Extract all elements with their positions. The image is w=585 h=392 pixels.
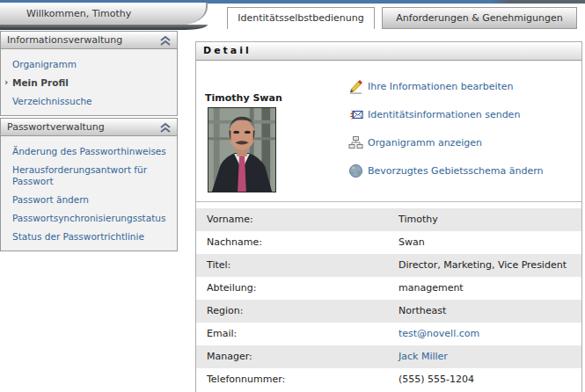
double-chevron-up-icon[interactable] [159,35,172,46]
table-row-telefonnummer: Telefonnummer: (555) 555-1204 [196,368,581,391]
sidebar-item-passwortrichtlinie[interactable]: Status der Passwortrichtlinie [12,231,173,243]
welcome-text: Willkommen, Timothy [26,8,131,19]
sidebar-item-label: Mein Profil [12,77,69,88]
send-identity-info-link[interactable]: Identitätsinformationen senden [348,106,520,122]
welcome-banner: Willkommen, Timothy [0,3,208,25]
attribute-label: Telefonnummer: [196,374,285,385]
attribute-value: management [399,277,464,300]
sidebar-item-label: Status der Passwortrichtlinie [12,231,144,242]
action-label: Identitätsinformationen senden [368,109,520,120]
attribute-value: Northeast [399,300,446,323]
tab-label: Identitätsselbstbedienung [238,12,363,24]
sidebar-section-body-password: Änderung des Passworthinweises Herausfor… [0,136,178,251]
action-label: Ihre Informationen bearbeiten [368,81,514,92]
attribute-value: Timothy [399,208,438,231]
sidebar-item-label: Passwort ändern [12,194,89,205]
sidebar-item-verzeichnissuche[interactable]: Verzeichnissuche [12,96,173,107]
table-row-nachname: Nachname: Swan [196,231,581,254]
detail-portlet: Detail Timothy Swan [195,41,582,392]
table-row-titel: Titel: Director, Marketing, Vice Preside… [196,254,581,277]
sidebar-item-label: Passwortsynchronisierungsstatus [12,213,165,223]
attribute-value: (555) 555-1204 [399,368,474,391]
email-link[interactable]: test@novell.com [399,323,479,345]
attributes-table: Vorname: Timothy Nachname: Swan Titel: D… [196,208,581,391]
table-row-region: Region: Northeast [196,300,581,323]
attribute-label: Titel: [196,259,230,271]
action-label: Organigramm anzeigen [368,137,482,149]
portlet-title-bar: Detail [196,42,581,61]
sidebar-item-label: Änderung des Passworthinweises [12,146,166,156]
attribute-label: Manager: [196,351,252,362]
change-locale-link[interactable]: Bevorzugtes Gebietsschema ändern [348,163,544,178]
edit-information-link[interactable]: Ihre Informationen bearbeiten [348,78,514,94]
sidebar-item-passwort-aendern[interactable]: Passwort ändern [12,194,173,206]
sidebar-item-label: Organigramm [12,59,77,69]
attribute-label: Abteilung: [196,282,256,294]
sidebar-item-herausforderungsantwort[interactable]: Herausforderungsantwort für Passwort [12,164,173,187]
sidebar-section-header-information[interactable]: Informationsverwaltung [0,31,178,49]
send-mail-icon [348,107,363,122]
profile-name: Timothy Swan [205,92,282,104]
table-row-manager: Manager: Jack Miller [196,345,581,368]
attribute-label: Region: [196,305,243,316]
sidebar-item-label: Verzeichnissuche [12,96,92,106]
tab-label: Anforderungen & Genehmigungen [396,12,562,24]
attribute-value: Swan [399,231,425,254]
profile-photo [208,107,276,192]
sidebar: Informationsverwaltung Organigramm › Mei… [0,29,178,251]
display-org-chart-link[interactable]: Organigramm anzeigen [348,134,482,150]
double-chevron-up-icon[interactable] [159,122,172,133]
attribute-value: Director, Marketing, Vice President [399,254,567,277]
table-row-abteilung: Abteilung: management [196,277,581,300]
portlet-title: Detail [203,45,252,56]
sidebar-section-title: Informationsverwaltung [7,32,122,49]
sidebar-item-label: Herausforderungsantwort für Passwort [12,164,147,186]
profile-summary: Timothy Swan [196,61,581,201]
pencil-icon [348,79,363,94]
attribute-label: Vorname: [196,214,253,225]
active-item-arrow-icon: › [4,76,8,88]
sidebar-item-passworthinweis[interactable]: Änderung des Passworthinweises [12,146,173,157]
table-row-email: Email: test@novell.com [196,323,581,345]
action-label: Bevorzugtes Gebietsschema ändern [368,165,544,177]
attributes-divider [196,201,581,202]
sidebar-item-mein-profil[interactable]: › Mein Profil [12,77,173,89]
sidebar-item-organigramm[interactable]: Organigramm [12,59,173,70]
sidebar-section-title: Passwortverwaltung [7,119,105,136]
sidebar-section-header-password[interactable]: Passwortverwaltung [0,118,178,136]
manager-link[interactable]: Jack Miller [399,345,448,368]
attribute-label: Nachname: [196,236,262,248]
sidebar-item-passwortsynchronisierungsstatus[interactable]: Passwortsynchronisierungsstatus [12,213,173,224]
globe-icon [348,163,363,178]
tab-identity-self-service[interactable]: Identitätsselbstbedienung [227,7,375,29]
table-row-vorname: Vorname: Timothy [196,208,581,231]
attribute-label: Email: [196,328,237,339]
org-chart-icon [348,135,363,150]
tab-requests-approvals[interactable]: Anforderungen & Genehmigungen [382,7,577,29]
sidebar-section-body-information: Organigramm › Mein Profil Verzeichnissuc… [0,49,178,116]
